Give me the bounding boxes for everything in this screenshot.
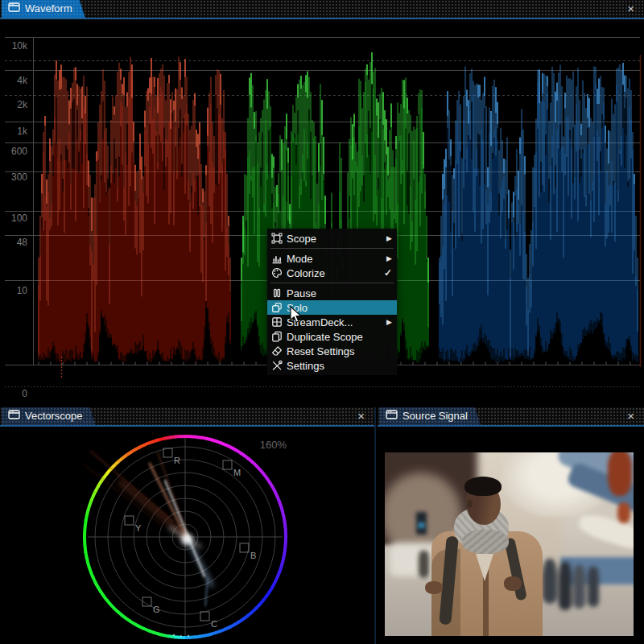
waveform-close-button[interactable]: ×: [625, 0, 637, 18]
vectorscope-title: Vectorscope: [25, 407, 83, 425]
menu-item-pause[interactable]: Pause: [267, 286, 397, 300]
y-axis-label: 1k: [17, 126, 28, 137]
target-label-c: C: [211, 619, 217, 629]
menu-item-settings[interactable]: Settings: [267, 358, 397, 373]
photo-man-ear: [467, 499, 473, 508]
y-axis-label: 4k: [17, 75, 28, 86]
window-icon: [8, 407, 20, 425]
submenu-arrow-icon: ▶: [386, 254, 392, 262]
video-scopes-app: { "colors": { "active_tab": "#0b68b2", "…: [0, 0, 644, 644]
menu-separator: [270, 283, 394, 283]
target-box-b: [240, 543, 249, 552]
vectorscope-gain-label: 160%: [260, 439, 287, 451]
photo-pedestrian: [573, 565, 585, 609]
photo-pedestrian: [559, 562, 572, 610]
menu-item-solo[interactable]: Solo: [267, 300, 397, 315]
menu-item-label: Colorize: [287, 267, 381, 279]
menu-item-label: StreamDeck...: [287, 316, 383, 328]
photo-man-hand: [504, 576, 522, 591]
menu-item-label: Pause: [287, 287, 392, 299]
target-box-r: [163, 448, 172, 457]
vectorscope-tab[interactable]: Vectorscope: [2, 407, 96, 425]
menu-separator: [270, 248, 394, 249]
pause-icon: [270, 287, 283, 299]
y-axis-label: 100: [11, 213, 27, 224]
tools-icon: [270, 360, 283, 371]
target-box-c: [200, 612, 209, 621]
menu-item-colorize[interactable]: Colorize✓: [267, 266, 397, 280]
menu-item-label: Scope: [287, 233, 383, 245]
waveform-titlebar[interactable]: Waveform ×: [0, 0, 644, 19]
source-signal-close-button[interactable]: ×: [625, 407, 637, 425]
menu-item-label: Solo: [287, 302, 392, 314]
target-label-y: Y: [135, 523, 142, 533]
eraser-icon: [270, 345, 283, 357]
source-signal-title: Source Signal: [402, 407, 468, 425]
window-icon: [386, 407, 398, 425]
submenu-arrow-icon: ▶: [386, 234, 392, 242]
vectorscope-close-button[interactable]: ×: [355, 407, 367, 425]
vectorscope-panel: RMYBGC160% Vectorscope ×: [0, 407, 376, 644]
target-label-r: R: [174, 456, 180, 465]
vectorscope-titlebar[interactable]: Vectorscope ×: [0, 407, 374, 427]
photo-pedestrian: [588, 567, 599, 607]
context-menu: Scope▶Mode▶Colorize✓PauseSoloStreamDeck.…: [267, 229, 397, 375]
menu-item-mode[interactable]: Mode▶: [267, 251, 397, 266]
y-axis-label: 0: [22, 388, 27, 399]
photo-red-banner: [608, 452, 632, 496]
solo-window-icon: [270, 302, 283, 313]
waveform-trace-blue: [440, 63, 638, 363]
menu-item-label: Mode: [287, 253, 383, 265]
y-axis-label: 10: [17, 285, 28, 296]
menu-item-label: Duplicate Scope: [287, 331, 392, 343]
source-signal-panel: Source Signal ×: [378, 407, 644, 644]
waveform-tab[interactable]: Waveform: [2, 0, 85, 18]
vectorscope-scope: RMYBGC160%: [0, 427, 374, 644]
source-signal-titlebar[interactable]: Source Signal ×: [378, 407, 644, 427]
waveform-title: Waveform: [25, 0, 72, 18]
grid-icon: [270, 316, 283, 328]
y-axis-label: 2k: [17, 99, 28, 110]
menu-item-streamdeck[interactable]: StreamDeck...▶: [267, 315, 397, 329]
photo-man-hair: [464, 477, 502, 496]
target-label-g: G: [153, 605, 160, 614]
vectorscope-trace: [84, 451, 212, 638]
menu-item-reset-settings[interactable]: Reset Settings: [267, 344, 397, 358]
menu-item-scope[interactable]: Scope▶: [267, 231, 397, 246]
target-box-g: [142, 597, 151, 606]
y-axis-label: 48: [17, 237, 28, 248]
scope-icon: [270, 233, 283, 244]
target-label-b: B: [250, 551, 256, 560]
target-box-m: [223, 460, 232, 469]
bar-chart-icon: [270, 253, 283, 264]
menu-item-label: Settings: [287, 360, 392, 372]
photo-pedestrian: [419, 551, 429, 578]
target-label-m: M: [233, 468, 241, 477]
vectorscope-graticule: [88, 438, 283, 636]
photo-red-accent: [617, 502, 630, 523]
menu-item-duplicate-scope[interactable]: Duplicate Scope: [267, 329, 397, 344]
menu-item-label: Reset Settings: [287, 345, 392, 357]
source-video-frame: [385, 452, 634, 636]
photo-traffic-light-lamp: [419, 522, 424, 528]
y-axis-label: 300: [11, 171, 27, 183]
duplicate-icon: [270, 331, 283, 342]
waveform-trace-red: [39, 57, 230, 363]
vectorscope-hue-ring: [85, 436, 286, 638]
photo-man-scarf: [462, 530, 509, 554]
palette-icon: [270, 267, 283, 279]
photo-pedestrian: [543, 559, 557, 604]
vectorscope-targets: RMYBGC: [125, 448, 256, 629]
photo-man-hand: [425, 581, 443, 594]
y-axis-label: 10k: [12, 40, 28, 52]
submenu-arrow-icon: ▶: [386, 318, 392, 326]
target-box-y: [125, 516, 134, 525]
y-axis-label: 600: [11, 146, 27, 157]
checkmark-icon: ✓: [384, 267, 392, 279]
source-signal-tab[interactable]: Source Signal: [379, 407, 481, 425]
window-icon: [8, 0, 20, 18]
